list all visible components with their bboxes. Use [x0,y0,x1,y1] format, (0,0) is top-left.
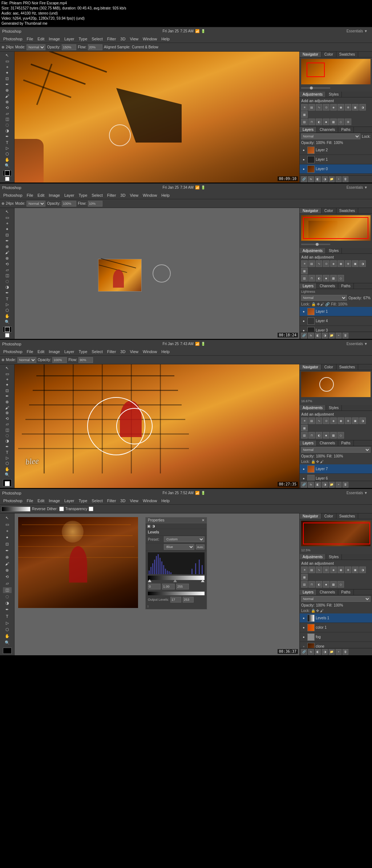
adj-brightness-1[interactable]: ☀ [301,104,308,111]
tool-select-4[interactable]: ▭ [3,521,12,527]
adj-v2[interactable]: ◈ [330,260,337,267]
layer-row-l1-2[interactable]: ● Layer 1 [300,307,372,316]
transparency-check-4[interactable] [89,507,93,511]
menu-edit-1[interactable]: Edit [36,37,46,41]
layer-eye-2-1[interactable]: ● [301,148,306,153]
nav-zoom-slider-1[interactable] [301,87,330,89]
link-layers-4[interactable]: 🔗 [301,649,307,655]
flow-input-3[interactable] [78,357,93,363]
tab-color-2[interactable]: Color [322,208,336,213]
menu-file-3[interactable]: File [25,349,35,354]
tab-adjustments-3[interactable]: Adjustments [300,405,326,411]
blend-mode-select-2[interactable]: Normal [301,295,347,301]
group-1[interactable]: 📁 [329,176,335,182]
delete-layer-2[interactable]: 🗑 [343,333,348,339]
tool-lasso-3[interactable]: ⌖ [3,377,12,382]
adj-th4[interactable]: ⊓ [308,581,315,588]
adj-vibrance-1[interactable]: ◈ [330,104,337,111]
tool-text-1[interactable]: T [3,140,12,145]
menu-layer-1[interactable]: Layer [62,37,76,41]
tool-icon-1[interactable]: ⊕ [1,45,4,49]
adj-g4[interactable]: ▦ [301,574,308,580]
adj-cb2[interactable]: ⊕ [345,260,351,267]
tool-pen-3[interactable]: ✒ [3,444,12,449]
menu-select-2[interactable]: Select [90,193,105,197]
mask-4[interactable]: ◧ [315,649,321,655]
tab-layers-1[interactable]: Layers [300,127,317,132]
adj-channel-1[interactable]: ⊞ [345,119,351,125]
adj-p3[interactable]: ▣ [352,417,359,424]
adj-btn-4[interactable]: ◑ [322,649,328,655]
layer-eye-clone-4[interactable]: ● [301,644,306,648]
link-layers-2[interactable]: 🔗 [301,333,307,339]
tool-crop-4[interactable]: ⊡ [3,541,12,547]
tool-blur-1[interactable]: ◌ [3,123,12,128]
tool-crop-2[interactable]: ⊡ [3,233,12,238]
gradient-preview-4[interactable] [1,507,31,512]
layer-eye-l7-3[interactable]: ● [301,467,306,472]
tab-swatches-4[interactable]: Swatches [336,513,358,519]
flow-input-2[interactable] [88,201,102,207]
foreground-color-2[interactable] [3,327,12,332]
menu-filter-4[interactable]: Filter [105,499,118,503]
tool-icon-3[interactable]: ⊕ [1,358,4,362]
menu-select-4[interactable]: Select [90,499,105,503]
adj-btn-1[interactable]: ◑ [322,176,328,182]
adj-colorbalance-1[interactable]: ⊕ [345,104,351,111]
tool-hand-3[interactable]: ✋ [3,467,12,471]
levels-input-max-4[interactable] [176,584,189,589]
tab-channels-2[interactable]: Channels [317,283,338,289]
menu-3d-3[interactable]: 3D [118,349,127,354]
layer-row-levels1-4[interactable]: ● Levels 1 [300,613,372,623]
prop-close-4[interactable]: ✕ [202,518,205,522]
adj-h3[interactable]: ◉ [337,417,344,424]
tool-clone-3[interactable]: ⊗ [3,411,12,415]
fx-1[interactable]: fx [308,176,314,182]
menu-type-1[interactable]: Type [77,37,89,41]
adj-se3[interactable]: ◇ [337,432,344,439]
fx-3[interactable]: fx [308,482,314,488]
tab-swatches-3[interactable]: Swatches [336,364,358,370]
fx-4[interactable]: fx [308,649,314,655]
adj-l3[interactable]: ▤ [308,417,315,424]
layer-row-clone-4[interactable]: ● clone [300,642,372,648]
adj-btn-3[interactable]: ◑ [322,482,328,488]
tool-hand-2[interactable]: ✋ [3,313,12,319]
adj-c4[interactable]: ∿ [316,567,322,573]
tool-history-3[interactable]: ⟲ [3,416,12,421]
tool-magic-3[interactable]: ✦ [3,383,12,387]
layer-row-l6-3[interactable]: ● Layer 6 [300,474,372,481]
blend-mode-select-4[interactable]: Normal [301,596,371,602]
menu-type-3[interactable]: Type [77,349,89,354]
layer-eye-levels1-4[interactable]: ● [301,616,306,621]
menu-view-2[interactable]: View [128,193,140,197]
tool-blur-3[interactable]: ◌ [3,433,12,438]
adj-v4[interactable]: ◈ [330,567,337,573]
adj-se4[interactable]: ◇ [337,581,344,588]
tab-channels-1[interactable]: Channels [317,127,338,132]
tab-styles-4[interactable]: Styles [326,554,342,560]
menu-3d-2[interactable]: 3D [118,193,127,197]
tool-dodge-3[interactable]: ◑ [3,439,12,443]
adj-pattern-1[interactable]: ▩ [330,119,337,125]
menubar-1[interactable]: Photoshop File Edit Image Layer Type Sel… [0,35,372,43]
adj-posterize-1[interactable]: ▧ [301,119,308,125]
adj-po4[interactable]: ▧ [301,581,308,588]
bg-color-2[interactable] [3,333,12,337]
tab-navigator-2[interactable]: Navigator [300,208,322,213]
tool-lasso-1[interactable]: ⌖ [3,65,12,70]
tool-history-4[interactable]: ⟲ [3,574,12,580]
menu-file-1[interactable]: File [25,37,35,41]
menu-file-4[interactable]: File [25,499,35,503]
adj-h2[interactable]: ◉ [337,260,344,267]
adj-b3[interactable]: ☀ [301,417,308,424]
tool-crop-3[interactable]: ⊡ [3,388,12,393]
tool-lasso-2[interactable]: ⌖ [3,221,12,226]
menu-layer-4[interactable]: Layer [62,499,76,503]
new-layer-4[interactable]: + [336,649,341,655]
tool-shape-1[interactable]: ⬡ [3,151,12,156]
menu-edit-2[interactable]: Edit [36,193,46,197]
output-min-4[interactable] [170,597,181,603]
tool-shape-2[interactable]: ⬡ [3,308,12,313]
adj-curves-1[interactable]: ∿ [316,104,322,111]
